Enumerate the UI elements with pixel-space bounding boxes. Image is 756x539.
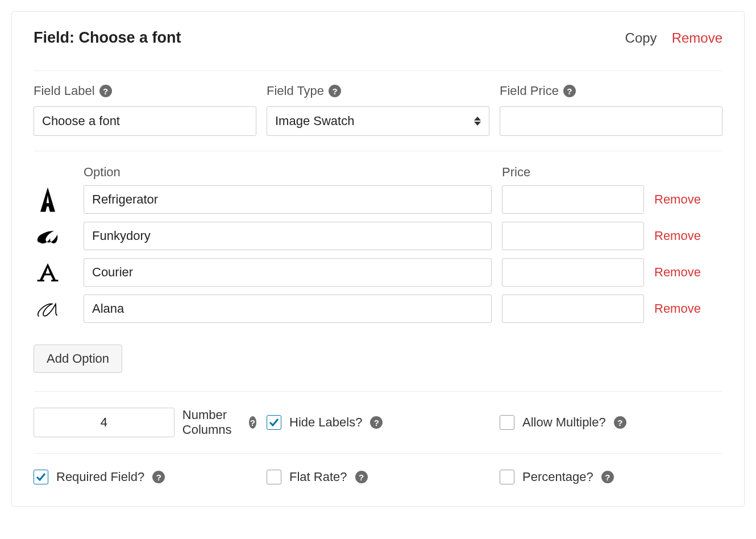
options-header-option: Option [84,165,492,180]
option-price-input[interactable] [502,258,644,287]
option-price-input[interactable] [502,185,644,214]
option-remove-button[interactable]: Remove [654,192,722,207]
settings-row-2: Required Field? ? Flat Rate? ? Percentag… [34,454,722,500]
field-price-group: Field Price ? [500,84,722,136]
help-icon[interactable]: ? [601,471,614,483]
help-icon[interactable]: ? [370,416,383,429]
chevron-up-down-icon [474,117,481,126]
swatch-a-serif-icon[interactable] [34,258,62,287]
option-name-input[interactable] [84,185,492,214]
field-type-select[interactable]: Image Swatch [267,106,489,136]
hide-labels-setting: Hide Labels? ? [267,415,489,430]
percentage-label: Percentage? [522,470,593,484]
field-type-caption: Field Type ? [267,84,489,98]
field-type-group: Field Type ? Image Swatch [267,84,489,136]
allow-multiple-checkbox[interactable] [500,415,514,430]
add-option-button[interactable]: Add Option [34,345,122,373]
swatch-a-script-fancy-icon[interactable] [34,222,62,250]
flat-rate-label: Flat Rate? [289,470,347,484]
option-remove-button[interactable]: Remove [654,301,722,316]
option-remove-button[interactable]: Remove [654,229,722,243]
option-name-input[interactable] [84,222,492,250]
options-header-price: Price [502,165,644,180]
flat-rate-checkbox[interactable] [267,470,281,484]
options-header: Option Price [34,165,722,180]
option-row: Remove [34,185,722,214]
required-field-label: Required Field? [56,470,144,484]
help-icon[interactable]: ? [152,471,165,483]
header-actions: Copy Remove [625,30,722,46]
percentage-setting: Percentage? ? [500,470,722,484]
option-row: Remove [34,295,722,323]
options-section: Option Price Remove Remove [34,165,722,392]
hide-labels-checkbox[interactable] [267,415,281,430]
swatch-a-condensed-bold-icon[interactable] [34,185,62,214]
field-label-group: Field Label ? [34,84,256,136]
option-row: Remove [34,258,722,287]
field-price-input[interactable] [500,106,722,136]
title-prefix: Field: [34,29,79,46]
option-name-input[interactable] [84,295,492,323]
title-field-name: Choose a font [79,29,181,46]
field-label-input[interactable] [34,106,256,136]
option-price-input[interactable] [502,222,644,250]
panel-title: Field: Choose a font [34,29,181,47]
field-type-value: Image Swatch [275,114,354,128]
allow-multiple-setting: Allow Multiple? ? [500,415,722,430]
number-columns-input[interactable] [34,408,175,437]
number-columns-setting: Number Columns ? [34,408,256,437]
help-icon[interactable]: ? [355,471,368,483]
help-icon[interactable]: ? [563,85,576,97]
option-remove-button[interactable]: Remove [654,265,722,280]
field-price-caption: Field Price ? [500,84,722,98]
settings-row-1: Number Columns ? Hide Labels? ? Allow Mu… [34,392,722,454]
field-label-caption: Field Label ? [34,84,256,98]
allow-multiple-label: Allow Multiple? [522,415,606,430]
hide-labels-label: Hide Labels? [289,415,362,430]
panel-header: Field: Choose a font Copy Remove [34,29,722,71]
field-type-text: Field Type [267,84,324,98]
remove-button[interactable]: Remove [672,30,722,46]
help-icon[interactable]: ? [614,416,626,429]
option-price-input[interactable] [502,295,644,323]
field-basics-row: Field Label ? Field Type ? Image Swatch … [34,84,722,151]
field-label-text: Field Label [34,84,95,98]
swatch-a-cursive-thin-icon[interactable] [34,295,62,323]
required-field-checkbox[interactable] [34,470,48,484]
check-icon [35,471,47,483]
field-panel: Field: Choose a font Copy Remove Field L… [11,11,745,507]
option-name-input[interactable] [84,258,492,287]
option-row: Remove [34,222,722,250]
copy-button[interactable]: Copy [625,30,657,46]
help-icon[interactable]: ? [99,85,112,97]
help-icon[interactable]: ? [329,85,341,97]
field-price-text: Field Price [500,84,559,98]
required-field-setting: Required Field? ? [34,470,256,484]
flat-rate-setting: Flat Rate? ? [267,470,489,484]
check-icon [268,417,280,428]
number-columns-label: Number Columns [182,408,241,437]
help-icon[interactable]: ? [249,416,256,429]
percentage-checkbox[interactable] [500,470,514,484]
